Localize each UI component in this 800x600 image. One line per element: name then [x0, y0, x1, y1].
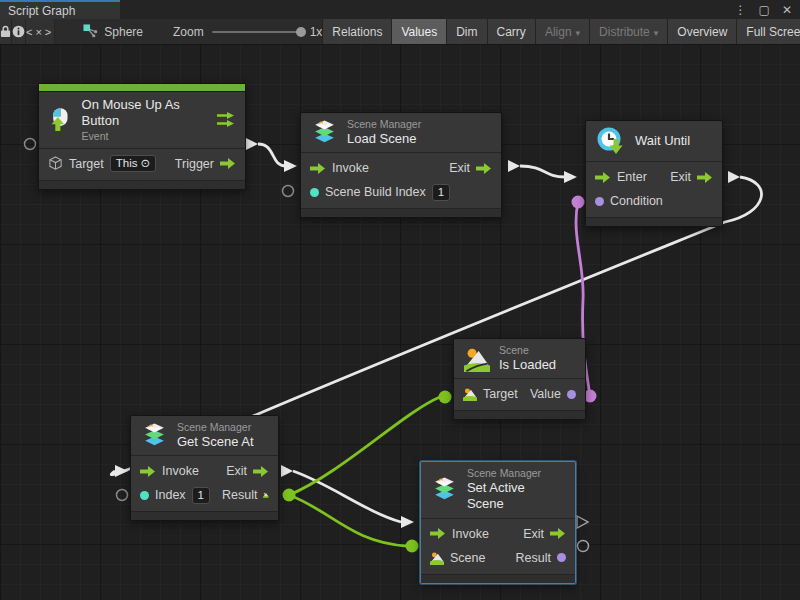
- node-on-mouse-up[interactable]: On Mouse Up As Button Event Target This: [38, 83, 246, 190]
- port-trigger-out[interactable]: [246, 138, 258, 150]
- condition-port-icon[interactable]: [595, 197, 604, 206]
- flow-arrow-icon[interactable]: [697, 172, 713, 183]
- scene-icon: [464, 346, 490, 372]
- invoke-port-label: Invoke: [162, 464, 199, 478]
- inspect-button[interactable]: [12, 19, 26, 44]
- fullscreen-button[interactable]: Full Screen: [736, 19, 800, 44]
- zoom-slider-handle[interactable]: [296, 27, 306, 37]
- flow-arrow-icon[interactable]: [310, 163, 326, 174]
- menu-icon[interactable]: ⋮: [735, 4, 747, 16]
- code-view-button[interactable]: <×>: [26, 19, 55, 44]
- port-setactive-result-out[interactable]: [578, 541, 589, 552]
- carry-button[interactable]: Carry: [487, 19, 535, 44]
- exit-port-label: Exit: [226, 464, 247, 478]
- align-button[interactable]: Align▾: [535, 19, 589, 44]
- flow-arrow-icon[interactable]: [220, 158, 236, 169]
- distribute-button[interactable]: Distribute▾: [589, 19, 667, 44]
- node-footer: [586, 217, 722, 226]
- wire-getsceneat-to-setactive[interactable]: [293, 471, 401, 522]
- endpoint-isloaded-target[interactable]: [439, 391, 452, 404]
- port-setactive-exit-out[interactable]: [577, 516, 588, 528]
- value-port-icon[interactable]: [310, 188, 319, 197]
- port-row-invoke-exit: Invoke Exit: [301, 156, 501, 180]
- target-value-chip[interactable]: This ⊙: [110, 155, 156, 172]
- flow-arrow-icon[interactable]: [430, 528, 446, 539]
- scene-manager-icon: [141, 422, 168, 449]
- lock-button[interactable]: [0, 19, 12, 44]
- value-port-icon[interactable]: [140, 491, 149, 500]
- target-icon: ⊙: [140, 156, 150, 171]
- value-port-icon[interactable]: [567, 390, 576, 399]
- condition-port-label: Condition: [610, 194, 663, 208]
- cube-icon: [48, 156, 63, 171]
- flow-arrow-icon[interactable]: [140, 466, 156, 477]
- index-port-label: Index: [155, 488, 186, 502]
- graph-canvas[interactable]: On Mouse Up As Button Event Target This: [0, 44, 800, 600]
- target-port-label: Target: [69, 157, 104, 171]
- wire-result-to-setactive[interactable]: [289, 495, 407, 546]
- graph-target-label: Sphere: [104, 25, 143, 39]
- flow-arrow-icon[interactable]: [253, 466, 269, 477]
- node-header: Wait Until: [586, 121, 722, 162]
- node-category: Scene: [499, 344, 556, 357]
- script-graph-window: Script Graph ⋮ ▢ ✕ <×>: [0, 0, 800, 600]
- node-category: Scene Manager: [177, 421, 254, 434]
- exit-port-label: Exit: [523, 527, 544, 541]
- trigger-port-label: Trigger: [175, 157, 214, 171]
- node-set-active-scene[interactable]: Scene Manager Set Active Scene Invoke Ex…: [420, 461, 576, 584]
- scene-port-label: Scene: [450, 551, 485, 565]
- graph-icon: [83, 24, 98, 39]
- maximize-icon[interactable]: ▢: [759, 4, 770, 16]
- tab-script-graph[interactable]: Script Graph: [0, 0, 120, 19]
- build-index-value[interactable]: 1: [432, 184, 450, 201]
- node-get-scene-at[interactable]: Scene Manager Get Scene At Invoke Exit I: [130, 415, 279, 521]
- port-row-invoke-exit: Invoke Exit: [131, 459, 278, 483]
- flow-arrow-icon[interactable]: [595, 172, 611, 183]
- flow-arrow-icon[interactable]: [550, 528, 566, 539]
- wire-trigger-to-invoke[interactable]: [258, 144, 286, 166]
- node-header: Scene Is Loaded: [454, 339, 585, 379]
- endpoint-getsceneat-result[interactable]: [283, 489, 296, 502]
- zoom-control: Zoom 1x: [143, 19, 322, 44]
- endpoint-setactive-scene[interactable]: [406, 540, 419, 553]
- node-load-scene[interactable]: Scene Manager Load Scene Invoke Exit Sce: [300, 112, 502, 218]
- node-title: Wait Until: [635, 133, 690, 149]
- node-header: Scene Manager Set Active Scene: [421, 462, 575, 519]
- node-title: Set Active Scene: [467, 480, 565, 513]
- node-is-loaded[interactable]: Scene Is Loaded Target Value: [453, 338, 586, 420]
- scene-icon: [430, 551, 444, 565]
- lock-icon: [0, 25, 11, 38]
- relations-button[interactable]: Relations: [322, 19, 391, 44]
- port-loadscene-exit-out[interactable]: [508, 160, 520, 172]
- chevron-down-icon: ▾: [576, 28, 581, 38]
- code-icon: <×>: [26, 26, 54, 38]
- dim-button[interactable]: Dim: [446, 19, 486, 44]
- zoom-slider[interactable]: [212, 31, 302, 33]
- values-button[interactable]: Values: [391, 19, 446, 44]
- index-value-chip[interactable]: 1: [192, 487, 210, 504]
- port-mouseup-target-in[interactable]: [25, 139, 36, 150]
- close-icon[interactable]: ✕: [782, 4, 792, 16]
- node-header: Scene Manager Load Scene: [301, 113, 501, 153]
- overview-button[interactable]: Overview: [667, 19, 736, 44]
- invoke-port-label: Invoke: [452, 527, 489, 541]
- enter-port-label: Enter: [617, 170, 647, 184]
- port-getsceneat-exit-out[interactable]: [281, 465, 293, 477]
- port-row-enter-exit: Enter Exit: [586, 165, 722, 189]
- value-port-label: Value: [530, 387, 561, 401]
- result-port-label: Result: [516, 551, 551, 565]
- node-title: Is Loaded: [499, 357, 556, 373]
- port-index-in[interactable]: [117, 490, 128, 501]
- node-wait-until[interactable]: Wait Until Enter Exit Condition: [585, 120, 723, 227]
- graph-target-group[interactable]: Sphere: [55, 19, 143, 44]
- tab-label: Script Graph: [8, 4, 75, 18]
- node-category: Scene Manager: [467, 467, 565, 480]
- port-buildindex-in[interactable]: [283, 186, 294, 197]
- result-port-icon[interactable]: [557, 553, 566, 562]
- scene-icon: [263, 488, 269, 502]
- arrowhead: [284, 160, 297, 172]
- wire-loadscene-to-waituntil[interactable]: [520, 166, 565, 177]
- endpoint-condition-top[interactable]: [572, 196, 585, 209]
- flow-arrow-icon[interactable]: [476, 163, 492, 174]
- port-waituntil-exit-out[interactable]: [728, 171, 740, 183]
